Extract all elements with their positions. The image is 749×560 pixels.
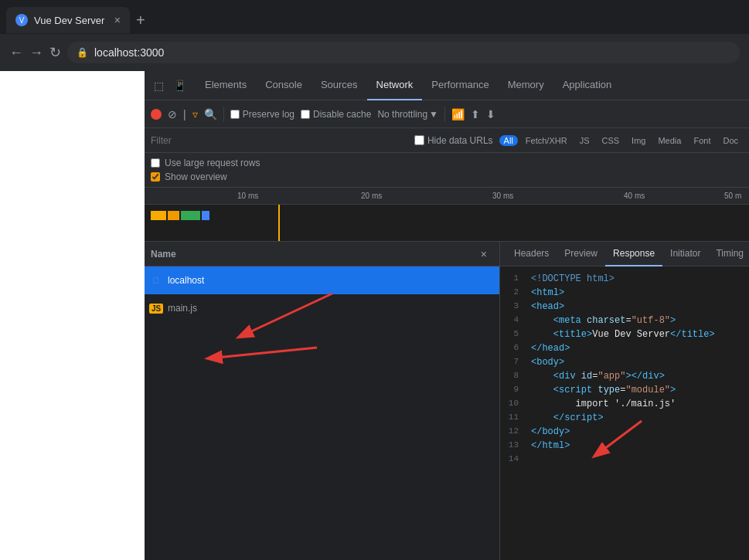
filter-tag-doc[interactable]: Doc	[718, 135, 743, 146]
tab-performance[interactable]: Performance	[422, 71, 498, 100]
tab-close-button[interactable]: ×	[114, 14, 121, 26]
separator-2	[444, 107, 445, 122]
filter-tag-media[interactable]: Media	[653, 135, 686, 146]
browser-chrome: V Vue Dev Server × + ← → ↻ 🔒 localhost:3…	[0, 0, 749, 71]
response-tab-preview[interactable]: Preview	[557, 242, 605, 266]
new-tab-button[interactable]: +	[136, 12, 145, 29]
request-name-mainjs: main.js	[168, 303, 197, 314]
tab-console[interactable]: Console	[256, 71, 312, 100]
code-line-3: 3 <head>	[500, 300, 749, 314]
record-button[interactable]	[151, 109, 162, 120]
timeline-label-10ms: 10 ms	[237, 192, 258, 200]
address-bar[interactable]: 🔒 localhost:3000	[67, 42, 740, 63]
tab-memory[interactable]: Memory	[499, 71, 553, 100]
filter-bar: Hide data URLs All Fetch/XHR JS CSS Img …	[145, 128, 749, 153]
filter-tag-css[interactable]: CSS	[597, 135, 624, 146]
separator-1	[223, 107, 224, 122]
devtools-icon-bar: ⬚ 📱	[151, 76, 189, 95]
response-tab-initiator[interactable]: Initiator	[662, 242, 708, 266]
code-line-2: 2 <html>	[500, 287, 749, 300]
timeline-vertical-line	[278, 205, 280, 241]
requests-header: Name ×	[145, 242, 499, 266]
refresh-button[interactable]: ↻	[49, 44, 61, 61]
tab-network[interactable]: Network	[367, 71, 423, 100]
search-button[interactable]: 🔍	[204, 108, 217, 120]
timeline-label-40ms: 40 ms	[624, 192, 645, 200]
devtools-container: ⬚ 📱 Elements Console Sources Network Per…	[145, 71, 749, 560]
code-line-10: 10 import './main.js'	[500, 398, 749, 412]
filter-tag-all[interactable]: All	[499, 135, 518, 146]
filter-button[interactable]: ▿	[192, 108, 198, 120]
timeline-bar-yellow	[151, 211, 166, 220]
code-line-5: 5 <title>Vue Dev Server</title>	[500, 328, 749, 342]
show-overview-checkbox[interactable]	[151, 172, 160, 182]
request-name-localhost: localhost	[168, 275, 204, 286]
tab-bar: V Vue Dev Server × +	[0, 0, 749, 34]
network-toolbar: ⊘ | ▿ 🔍 Preserve log Disable cache No th…	[145, 100, 749, 128]
code-line-7: 7 <body>	[500, 356, 749, 370]
preserve-log-checkbox[interactable]: Preserve log	[230, 109, 294, 120]
inspect-icon[interactable]: ⬚	[151, 76, 167, 95]
upload-icon[interactable]: ⬆	[471, 108, 480, 120]
code-line-14: 14	[500, 453, 749, 467]
tab-favicon: V	[15, 14, 28, 26]
code-line-12: 12 </body>	[500, 426, 749, 440]
options-row: Use large request rows Show overview	[145, 153, 749, 188]
filter-icon: |	[183, 108, 186, 120]
code-line-6: 6 </head>	[500, 342, 749, 356]
show-overview-option[interactable]: Show overview	[151, 170, 743, 184]
filter-input[interactable]	[151, 135, 408, 146]
code-line-4: 4 <meta charset="utf-8">	[500, 314, 749, 328]
filter-tag-img[interactable]: Img	[627, 135, 650, 146]
timeline-ruler: 10 ms 20 ms 30 ms 40 ms 50 m	[145, 188, 749, 205]
request-item-localhost[interactable]: 🗋 localhost	[145, 266, 499, 294]
request-icon-js: JS	[151, 303, 162, 314]
download-icon[interactable]: ⬇	[486, 108, 495, 120]
response-tab-timing[interactable]: Timing	[708, 242, 749, 266]
filter-tag-js[interactable]: JS	[575, 135, 594, 146]
forward-button[interactable]: →	[29, 45, 43, 61]
code-view: 1 <!DOCTYPE html> 2 <html> 3 <head> 4 <m…	[500, 266, 749, 560]
filter-tag-font[interactable]: Font	[689, 135, 715, 146]
throttle-dropdown[interactable]: No throttling ▼	[377, 109, 438, 120]
devtools-tab-bar: ⬚ 📱 Elements Console Sources Network Per…	[145, 71, 749, 100]
large-rows-checkbox[interactable]	[151, 158, 160, 168]
nav-bar: ← → ↻ 🔒 localhost:3000	[0, 34, 749, 71]
request-item-mainjs[interactable]: JS main.js	[145, 294, 499, 322]
response-tab-response[interactable]: Response	[605, 242, 662, 266]
code-line-1: 1 <!DOCTYPE html>	[500, 273, 749, 287]
disable-cache-checkbox[interactable]: Disable cache	[301, 109, 371, 120]
timeline-bar-blue	[202, 211, 209, 220]
tab-application[interactable]: Application	[553, 71, 621, 100]
tab-sources[interactable]: Sources	[312, 71, 367, 100]
stop-button[interactable]: ⊘	[168, 108, 177, 120]
timeline-label-30ms: 30 ms	[492, 192, 513, 200]
device-icon[interactable]: 📱	[170, 76, 189, 95]
back-button[interactable]: ←	[9, 45, 23, 61]
timeline-bar-orange	[168, 211, 179, 220]
timeline-bar-area	[145, 205, 749, 241]
requests-close-button[interactable]: ×	[481, 248, 487, 260]
url-display: localhost:3000	[94, 46, 164, 59]
timeline-label-50ms: 50 m	[724, 192, 741, 200]
active-tab[interactable]: V Vue Dev Server ×	[6, 7, 130, 33]
tab-title: Vue Dev Server	[34, 15, 108, 26]
code-line-11: 11 </script>	[500, 412, 749, 426]
filter-tag-fetch[interactable]: Fetch/XHR	[521, 135, 572, 146]
timeline: 10 ms 20 ms 30 ms 40 ms 50 m	[145, 188, 749, 242]
filter-tags: All Fetch/XHR JS CSS Img Media Font Doc	[499, 135, 743, 146]
tab-elements[interactable]: Elements	[196, 71, 256, 100]
timeline-bars	[145, 205, 749, 226]
wifi-icon: 📶	[451, 108, 465, 120]
response-tab-headers[interactable]: Headers	[506, 242, 557, 266]
code-line-9: 9 <script type="module">	[500, 384, 749, 398]
timeline-bar-green	[181, 211, 200, 220]
browser-page-area	[0, 71, 145, 560]
code-line-13: 13 </html>	[500, 440, 749, 453]
response-tab-bar: Headers Preview Response Initiator Timin…	[500, 242, 749, 266]
large-rows-option[interactable]: Use large request rows	[151, 156, 743, 170]
requests-header-name: Name	[151, 249, 481, 260]
lock-icon: 🔒	[77, 47, 88, 58]
response-panel: Headers Preview Response Initiator Timin…	[500, 242, 749, 560]
hide-data-urls-checkbox[interactable]: Hide data URLs	[414, 135, 493, 146]
